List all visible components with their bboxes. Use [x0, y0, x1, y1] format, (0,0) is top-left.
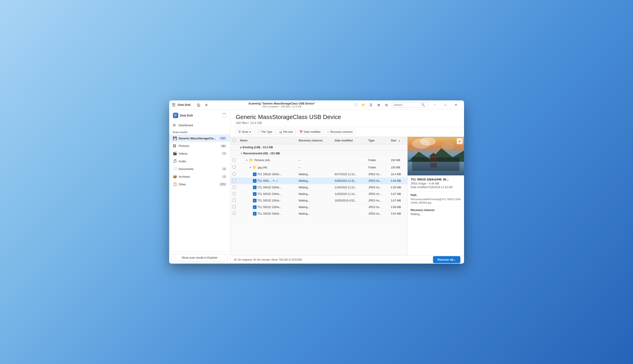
table-row[interactable]: J TCL 5051D 3264x... Waiting... JPEG Im.… — [230, 204, 407, 210]
close-button[interactable]: ✕ — [451, 101, 461, 108]
checkbox-file4[interactable] — [233, 192, 236, 195]
file6-recovery: Waiting... — [296, 204, 332, 210]
sidebar-item-audio[interactable]: 🎵 Audio — [169, 157, 230, 165]
file-table-wrap[interactable]: Name Recovery chances Date modified — [230, 137, 407, 256]
recovery-chances-label: Recovery chances — [330, 130, 353, 134]
hamburger-menu-icon[interactable]: ☰ — [172, 102, 176, 108]
preview-eye-icon[interactable]: 👁 — [272, 179, 275, 183]
checkbox-file3[interactable] — [233, 186, 236, 188]
titlebar: ☰ Disk Drill 🏠 ⏸ Scanning "Generic MassS… — [169, 100, 464, 110]
scan-info: Scanning "Generic MassStorageClass USB D… — [212, 102, 352, 108]
name-col-header: Name — [238, 137, 296, 144]
sidebar-item-all[interactable]: 💾 Generic MassStorageCla... 240 — [169, 134, 230, 142]
view-list-button[interactable]: ☰ — [367, 102, 375, 108]
preview-filename: TCL 5051D 3264x2448_00... — [411, 178, 461, 181]
jpeg-icon-file4: J — [253, 192, 257, 196]
folder-pictures[interactable]: ▼ 📁 Pictures (44) – Folder 150 MB — [230, 156, 407, 164]
table-row-selected[interactable]: J TCL 5051... 👁 # Waiting... 5/28/2019 1… — [230, 178, 407, 184]
sidebar-audio-label: Audio — [179, 160, 227, 163]
file-table-area: Name Recovery chances Date modified — [230, 137, 407, 256]
file-size-label: File size — [283, 130, 293, 134]
sidebar-documents-label: Documents — [179, 167, 220, 171]
sidebar-item-dashboard[interactable]: ⊞ Dashboard — [169, 121, 230, 129]
sidebar-item-other[interactable]: 📋 Other 171 — [169, 180, 230, 188]
group-reconstructed[interactable]: ▼ Reconstructed (45) - 151 MB — [230, 150, 407, 156]
view-folder-button[interactable]: 📁 — [360, 102, 367, 108]
preview-expand-button[interactable]: ⤢ — [457, 138, 463, 144]
show-filter-button[interactable]: ☰ Show ▾ — [236, 129, 253, 135]
jpg-recovery: – — [296, 164, 332, 171]
pictures-folder-name: ▼ 📁 Pictures (44) — [240, 158, 294, 162]
checkbox-file7[interactable] — [233, 212, 236, 215]
file4-name-cell: J TCL 5051D 3264x... — [240, 192, 294, 196]
file-size-filter-button[interactable]: 📊 File size — [276, 129, 296, 135]
sidebar: ⊞ Disk Drill ⊞ Dashboard Scan results 💾 … — [169, 110, 230, 264]
checkbox-pictures[interactable] — [233, 158, 236, 161]
view-file-button[interactable]: 📄 — [352, 102, 359, 108]
table-row[interactable]: J TCL 5051D 3264x... Waiting... JPEG Im.… — [230, 210, 407, 217]
preview-details: TCL 5051D 3264x2448_00... JPEG Image – 4… — [408, 176, 464, 192]
file1-size: 16.4 MB — [388, 171, 407, 178]
file2-date: 5/28/2019 11:42... — [332, 178, 366, 184]
pause-button[interactable]: ⏸ — [203, 102, 210, 108]
sidebar-item-archives[interactable]: 📦 Archives 1 — [169, 173, 230, 180]
date-modified-col-header: Date modified — [332, 137, 366, 144]
preview-svg — [408, 137, 464, 176]
expand-existing-icon[interactable]: ▶ — [240, 146, 242, 149]
table-row[interactable]: J TCL 5051D 3264x... Waiting... 11/6/201… — [230, 184, 407, 191]
recovery-chances-filter-button[interactable]: ☆ Recovery chances — [324, 129, 355, 135]
view-grid-button[interactable]: ⊞ — [375, 102, 382, 108]
expand-pictures-icon[interactable]: ▼ — [246, 159, 248, 162]
hash-icon[interactable]: # — [276, 179, 278, 183]
file5-type: JPEG Im... — [366, 198, 388, 204]
pictures-icon: 🖼 — [173, 144, 177, 148]
checkbox-file6[interactable] — [233, 205, 236, 208]
sidebar-item-videos[interactable]: 🎬 Videos 1 — [169, 150, 230, 157]
file3-recovery: Waiting... — [296, 184, 332, 191]
jpeg-icon-file6: J — [253, 205, 257, 209]
search-input[interactable] — [394, 103, 421, 106]
select-all-checkbox[interactable] — [233, 139, 236, 142]
recover-all-button[interactable]: Recover all... — [433, 256, 460, 263]
loading-spinner — [222, 113, 227, 118]
file2-recovery: Waiting... — [296, 178, 332, 184]
file4-type: JPEG Im... — [366, 191, 388, 198]
date-modified-label: Date modified — [304, 130, 320, 134]
expand-reconstructed-icon[interactable]: ▼ — [240, 152, 243, 155]
videos-icon: 🎬 — [173, 152, 177, 156]
preview-path-section: Path \Reconstructed\Pictures\jpg\TCL 505… — [408, 192, 464, 206]
checkbox-file2[interactable] — [233, 179, 236, 182]
maximize-button[interactable]: □ — [440, 101, 451, 108]
file2-size: 4.44 MB — [388, 178, 407, 184]
file-type-filter-button[interactable]: 📄 File Type — [255, 129, 275, 135]
search-icon[interactable]: 🔍 — [421, 103, 425, 106]
table-row[interactable]: J TCL 5051D 3264x... Waiting... 6/27/201… — [230, 171, 407, 178]
sidebar-item-pictures[interactable]: 🖼 Pictures 66 — [169, 142, 230, 150]
table-row[interactable]: J TCL 5051D 3264x... Waiting... 10/29/20… — [230, 198, 407, 204]
sidebar-other-label: Other — [179, 183, 218, 186]
checkbox-file1[interactable] — [233, 172, 236, 176]
content-area: Generic MassStorageClass USB Device 240 … — [230, 110, 464, 264]
file6-name-cell: J TCL 5051D 3264x... — [240, 205, 294, 209]
checkbox-file5[interactable] — [233, 199, 236, 202]
dashboard-label: Dashboard — [179, 124, 227, 127]
table-row[interactable]: J TCL 5051D 3264x... Waiting... 11/6/201… — [230, 191, 407, 198]
file-list-container: Name Recovery chances Date modified — [230, 137, 464, 256]
jpeg-icon-file1: J — [253, 172, 257, 176]
checkbox-jpg[interactable] — [233, 166, 236, 169]
sidebar-item-documents[interactable]: 📄 Documents 1 — [169, 165, 230, 173]
view-split-button[interactable]: ⊟ — [383, 102, 390, 108]
file-size-icon: 📊 — [279, 130, 282, 134]
minimize-button[interactable]: − — [430, 101, 440, 108]
file1-recovery: Waiting... — [296, 171, 332, 178]
expand-jpg-icon[interactable]: ▼ — [249, 166, 252, 169]
preview-panel: ⤢ — [407, 137, 464, 256]
sidebar-footer: Show scan results in Explorer — [169, 252, 230, 264]
group-existing[interactable]: ▶ Existing (148) - 13.2 GB — [230, 144, 407, 150]
preview-meta-date: Date modified 5/28/2019 11:42 AM — [411, 186, 461, 189]
file4-size: 3.67 MB — [388, 191, 407, 198]
home-button[interactable]: 🏠 — [195, 102, 202, 108]
date-modified-filter-button[interactable]: 📅 Date modified — [297, 129, 323, 135]
show-scan-explorer-button[interactable]: Show scan results in Explorer — [172, 254, 228, 261]
folder-jpg[interactable]: ▼ 📁 jpg (44) – Folder 150 MB — [230, 164, 407, 171]
